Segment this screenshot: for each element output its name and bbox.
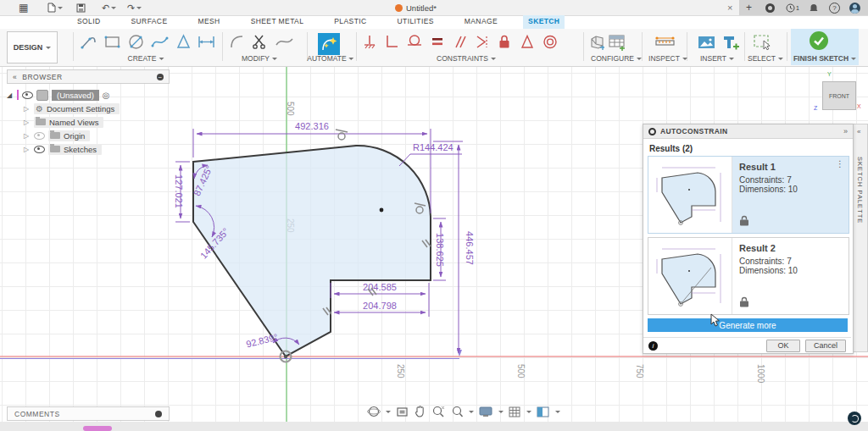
tab-surface[interactable]: SURFACE — [126, 15, 173, 29]
assistant-icon[interactable] — [848, 412, 861, 425]
info-icon[interactable]: i — [648, 341, 658, 351]
insert-text-icon[interactable] — [721, 33, 741, 52]
result-2-thumbnail[interactable] — [648, 238, 732, 314]
symmetry-constraint-icon[interactable] — [473, 33, 490, 52]
tab-manage[interactable]: MANAGE — [459, 15, 503, 29]
edit-curve-tool-icon[interactable] — [275, 33, 295, 52]
zoom-icon[interactable] — [431, 405, 445, 418]
line-tool-icon[interactable] — [80, 33, 98, 52]
document-tab[interactable]: Untitled* — [395, 1, 437, 14]
radio-select-icon[interactable]: ◎ — [103, 91, 110, 100]
browser-item-origin[interactable]: ▷ Origin — [24, 129, 170, 142]
grid-settings-icon[interactable] — [509, 406, 521, 418]
constraints-group-label[interactable]: CONSTRAINTS — [437, 54, 496, 63]
comments-bar[interactable]: COMMENTS — [7, 406, 170, 421]
configure-group-label[interactable]: CONFIGURE — [591, 54, 642, 63]
result-1-thumbnail[interactable] — [648, 157, 732, 233]
expand-palette-icon[interactable]: « — [857, 128, 860, 135]
modify-group-label[interactable]: MODIFY — [242, 54, 277, 63]
dim-angle-bottom[interactable]: 92.839° — [245, 332, 279, 350]
viewports-icon[interactable] — [537, 406, 550, 418]
mirror-tool-icon[interactable] — [175, 33, 193, 52]
trim-tool-icon[interactable] — [251, 33, 270, 52]
sketch-profile[interactable] — [193, 146, 431, 356]
collapse-panel-icon[interactable]: « — [13, 73, 17, 81]
ok-button[interactable]: OK — [766, 340, 800, 352]
browser-item-named-views[interactable]: ▷ Named Views — [24, 115, 170, 129]
undo-icon[interactable]: ↶ — [102, 1, 116, 14]
tab-mesh[interactable]: MESH — [192, 15, 225, 29]
expand-closed-icon[interactable]: ▷ — [24, 132, 31, 140]
app-menu-icon[interactable]: ▦ — [19, 1, 28, 14]
browser-root-row[interactable]: ◢ (Unsaved) ◎ — [7, 88, 170, 102]
automate-tool-icon[interactable] — [318, 33, 340, 55]
tab-solid[interactable]: SOLID — [72, 15, 106, 29]
circle-tool-icon[interactable] — [127, 33, 146, 52]
panel-options-icon[interactable]: – — [157, 74, 164, 80]
dim-radius[interactable]: R144.424 — [413, 142, 453, 152]
autoconstrain-header[interactable]: AUTOCONSTRAIN » — [643, 124, 853, 139]
pan-hand-icon[interactable] — [414, 405, 426, 418]
new-tab-icon[interactable]: + — [746, 1, 752, 14]
sketch-palette-collapsed-tab[interactable]: « SKETCH PALETTE — [853, 124, 868, 352]
parallel-constraint-icon[interactable] — [451, 33, 468, 52]
tangent-constraint-icon[interactable] — [405, 33, 424, 52]
dim-notch-bottom[interactable]: 204.798 — [363, 301, 397, 311]
perpendicular-constraint-icon[interactable] — [383, 33, 400, 52]
create-group-label[interactable]: CREATE — [128, 54, 164, 63]
dim-height-outer[interactable]: 446.457 — [465, 231, 475, 265]
visibility-eye-icon[interactable] — [22, 91, 33, 99]
job-status-icon[interactable]: 1 — [786, 1, 799, 14]
dim-top-width[interactable]: 492.316 — [295, 121, 329, 131]
expand-open-icon[interactable]: ◢ — [7, 91, 14, 99]
measure-tool-icon[interactable] — [654, 33, 676, 52]
expand-closed-icon[interactable]: ▷ — [24, 105, 31, 113]
viewcube[interactable]: FRONT — [822, 81, 856, 110]
result-2-card[interactable]: Result 2 Constraints: 7 Dimensions: 10 — [648, 237, 849, 315]
cancel-button[interactable]: Cancel — [805, 340, 846, 352]
result-1-card[interactable]: ⋮ Result 1 Constraints: 7 Dimensions: 10 — [648, 156, 849, 234]
rectangle-tool-icon[interactable] — [103, 33, 122, 52]
help-icon[interactable]: ? — [829, 1, 840, 14]
select-tool-icon[interactable] — [753, 33, 775, 53]
visibility-eye-off-icon[interactable] — [34, 132, 45, 140]
tab-plastic[interactable]: PLASTIC — [329, 15, 371, 29]
fillet-tool-icon[interactable] — [229, 33, 248, 52]
redo-icon[interactable]: ↷ — [127, 1, 142, 14]
browser-item-sketches[interactable]: ▷ Sketches — [24, 142, 170, 156]
insert-image-icon[interactable] — [697, 33, 717, 52]
visibility-eye-icon[interactable] — [34, 146, 45, 153]
spline-tool-icon[interactable] — [151, 33, 170, 52]
file-menu-icon[interactable] — [47, 1, 63, 14]
inspect-group-label[interactable]: INSPECT — [648, 54, 687, 63]
tab-utilities[interactable]: UTILITIES — [392, 15, 439, 29]
fit-icon[interactable] — [450, 405, 464, 418]
root-document-label[interactable]: (Unsaved) — [52, 90, 99, 101]
browser-header[interactable]: « BROWSER – — [7, 69, 170, 84]
lock-constraint-icon[interactable] — [496, 33, 513, 52]
result-1-kebab-icon[interactable]: ⋮ — [836, 159, 844, 169]
equal-constraint-icon[interactable] — [429, 33, 446, 52]
viewcube-front-face[interactable]: FRONT — [829, 93, 849, 99]
select-group-label[interactable]: SELECT — [748, 54, 783, 63]
close-document-icon[interactable]: × — [727, 1, 732, 14]
configure-part-icon[interactable] — [588, 33, 607, 52]
dim-left-height[interactable]: 127.021 — [174, 174, 184, 208]
profile-avatar[interactable] — [849, 1, 860, 14]
coincident-constraint-icon[interactable] — [361, 33, 378, 52]
display-settings-icon[interactable] — [479, 406, 493, 418]
generate-more-button[interactable]: Generate more — [648, 318, 848, 332]
tab-sheet-metal[interactable]: SHEET METAL — [246, 15, 309, 29]
comments-options-icon[interactable] — [155, 411, 162, 417]
orbit-icon[interactable] — [367, 405, 381, 418]
browser-item-document-settings[interactable]: ▷ ⚙ Document Settings — [24, 102, 170, 115]
polygon-constraint-icon[interactable] — [519, 33, 536, 52]
dim-notch-top[interactable]: 204.585 — [363, 282, 397, 292]
sketch-center-point[interactable] — [380, 208, 384, 213]
finish-sketch-button[interactable]: FINISH SKETCH — [791, 29, 859, 65]
dim-height-inner[interactable]: 138.625 — [435, 233, 445, 267]
expand-closed-icon[interactable]: ▷ — [24, 146, 31, 153]
save-icon[interactable] — [76, 1, 86, 14]
notifications-bell-icon[interactable] — [810, 1, 818, 14]
look-at-icon[interactable] — [396, 406, 409, 418]
